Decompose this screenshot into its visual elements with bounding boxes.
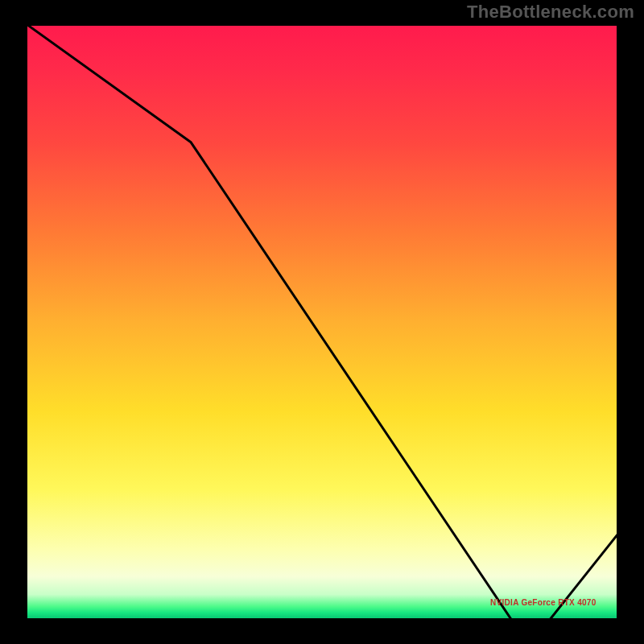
gradient-background: [24, 23, 620, 621]
watermark-text: TheBottleneck.com: [467, 2, 634, 23]
gpu-annotation-label: NVIDIA GeForce RTX 4070: [490, 598, 597, 607]
chart-container: TheBottleneck.com NVIDIA GeForce RTX 407…: [0, 0, 644, 644]
plot-area: NVIDIA GeForce RTX 4070: [24, 23, 620, 621]
